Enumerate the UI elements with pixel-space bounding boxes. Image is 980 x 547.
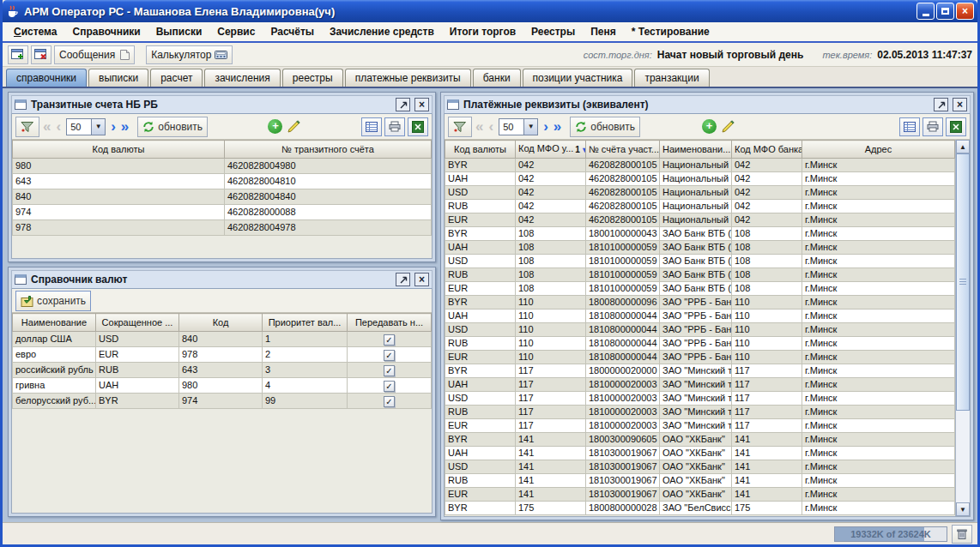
minimize-button[interactable] — [916, 3, 935, 20]
table-row[interactable]: BYR1411800300090605ОАО "ХКБанк"141г.Минс… — [445, 433, 955, 447]
first-page-button[interactable]: « — [41, 119, 52, 134]
close-window-button[interactable] — [31, 45, 51, 64]
frame-close-button[interactable]: × — [414, 98, 429, 111]
messages-button[interactable]: Сообщения — [54, 45, 135, 64]
menu-item[interactable]: Справочники — [65, 23, 148, 40]
checkbox[interactable]: ✓ — [384, 350, 395, 361]
table-row[interactable]: 9744620828000088 — [13, 205, 432, 220]
last-page-button[interactable]: » — [552, 119, 563, 134]
columns-view-button[interactable] — [361, 117, 382, 136]
menu-item[interactable]: Итоги торгов — [442, 23, 523, 40]
scroll-up-button[interactable]: ▲ — [956, 140, 970, 153]
frame-close-button[interactable]: × — [953, 98, 967, 111]
table-row[interactable]: RUB1411810300019067ОАО "ХКБанк"141г.Минс… — [445, 474, 955, 488]
edit-record-button[interactable] — [722, 120, 735, 133]
table-row[interactable]: EUR1411810300019067ОАО "ХКБанк"141г.Минс… — [445, 488, 955, 502]
table-row[interactable]: UAH1081810100000059ЗАО Банк ВТБ (Б...108… — [445, 241, 955, 255]
maximize-button[interactable] — [936, 3, 954, 20]
excel-export-button[interactable] — [946, 117, 966, 136]
table-row[interactable]: EUR1171810000020003ЗАО "Минский тр...117… — [445, 419, 955, 433]
next-page-button[interactable]: › — [109, 119, 118, 134]
table-row[interactable]: 9784620828004978 — [13, 220, 432, 236]
next-page-button[interactable]: › — [541, 119, 550, 134]
table-row[interactable]: белорусский руб...BYR97499✓ — [13, 394, 432, 409]
page-size-combobox[interactable]: 50 ▼ — [66, 118, 106, 135]
column-header[interactable]: Сокращенное ... — [96, 314, 179, 332]
frame-currencies-titlebar[interactable]: Справочник валют × — [11, 270, 433, 289]
garbage-collect-button[interactable] — [952, 525, 972, 544]
table-row[interactable]: RUB1081810100000059ЗАО Банк ВТБ (Б...108… — [445, 268, 955, 282]
table-row[interactable]: RUB1101810800000044ЗАО "РРБ - Банк"110г.… — [445, 337, 955, 351]
tab-реестры[interactable]: реестры — [282, 69, 343, 87]
filter-button[interactable] — [448, 117, 472, 137]
table-row[interactable]: USD1101810800000044ЗАО "РРБ - Банк"110г.… — [445, 323, 955, 337]
vertical-scrollbar[interactable]: ▲ ▼ — [955, 140, 970, 516]
table-row[interactable]: 8404620828004840 — [13, 189, 432, 205]
table-row[interactable]: UAH1411810300019067ОАО "ХКБанк"141г.Минс… — [445, 447, 955, 460]
tab-позиции-участника[interactable]: позиции участника — [523, 69, 633, 87]
column-header[interactable]: Наименовани... — [660, 141, 732, 159]
table-row[interactable]: российский рубльRUB6433✓ — [13, 363, 432, 378]
column-header[interactable]: № счёта участ... — [586, 141, 660, 159]
tab-расчет[interactable]: расчет — [150, 69, 203, 87]
menu-item[interactable]: * Тестирование — [624, 23, 717, 40]
table-row[interactable]: BYR1171800000020000ЗАО "Минский тр...117… — [445, 364, 955, 378]
last-page-button[interactable]: » — [119, 119, 130, 134]
menu-item[interactable]: Пеня — [583, 23, 624, 40]
refresh-button[interactable]: обновить — [570, 117, 640, 137]
frame-maximize-button[interactable] — [396, 273, 410, 286]
menu-item[interactable]: Выписки — [148, 23, 210, 40]
filter-button[interactable] — [15, 117, 39, 137]
table-row[interactable]: USD0424620828000105Национальный б...042г… — [445, 186, 955, 200]
column-header[interactable]: Наименование — [13, 314, 96, 332]
close-button[interactable]: × — [956, 3, 974, 20]
column-header[interactable]: Код валюты — [13, 141, 225, 159]
scroll-down-button[interactable]: ▼ — [956, 502, 970, 516]
new-window-button[interactable] — [8, 45, 28, 64]
frame-transit-titlebar[interactable]: Транзитные счета НБ РБ × — [11, 95, 433, 114]
column-header[interactable]: Код МФО у...1▼AZ — [516, 141, 586, 159]
table-row[interactable]: BYR1081800100000043ЗАО Банк ВТБ (Б...108… — [445, 227, 955, 241]
frame-close-button[interactable]: × — [414, 273, 429, 286]
checkbox[interactable]: ✓ — [384, 334, 395, 346]
dropdown-arrow-icon[interactable]: ▼ — [91, 119, 105, 135]
table-row[interactable]: BYR0424620828000105Национальный б...042г… — [445, 159, 955, 172]
checkbox[interactable]: ✓ — [384, 396, 395, 407]
add-record-button[interactable]: + — [702, 119, 717, 134]
frame-maximize-button[interactable] — [396, 98, 410, 111]
table-row[interactable]: BYR1101800800000096ЗАО "РРБ - Банк"110г.… — [445, 296, 955, 310]
print-button[interactable] — [384, 117, 405, 136]
tab-выписки[interactable]: выписки — [88, 69, 148, 87]
prev-page-button[interactable]: ‹ — [54, 119, 63, 134]
menu-item[interactable]: Реестры — [523, 23, 583, 40]
add-record-button[interactable]: + — [268, 119, 282, 134]
column-header[interactable]: № транзитного счёта — [225, 141, 432, 159]
table-row[interactable]: UAH1101810800000044ЗАО "РРБ - Банк"110г.… — [445, 310, 955, 323]
excel-export-button[interactable] — [408, 117, 428, 136]
tab-зачисления[interactable]: зачисления — [204, 69, 280, 87]
prev-page-button[interactable]: ‹ — [487, 119, 495, 134]
column-header[interactable]: Код — [179, 314, 263, 332]
checkbox[interactable]: ✓ — [384, 381, 395, 392]
first-page-button[interactable]: « — [474, 119, 485, 134]
table-row[interactable]: гривнаUAH9804✓ — [13, 378, 432, 394]
table-row[interactable]: RUB0424620828000105Национальный б...042г… — [445, 200, 955, 213]
table-row[interactable]: евроEUR9782✓ — [13, 347, 432, 363]
table-row[interactable]: UAH1171810000020003ЗАО "Минский тр...117… — [445, 378, 955, 392]
calculator-button[interactable]: Калькулятор — [146, 45, 233, 64]
table-row[interactable]: доллар СШАUSD8401✓ — [13, 332, 432, 347]
column-header[interactable]: Передавать н... — [348, 314, 432, 332]
column-header[interactable]: Приоритет вал... — [263, 314, 348, 332]
menu-item[interactable]: Расчёты — [263, 23, 322, 40]
print-button[interactable] — [923, 117, 943, 136]
columns-view-button[interactable] — [899, 117, 920, 136]
edit-record-button[interactable] — [287, 120, 300, 133]
table-row[interactable]: USD1081810100000059ЗАО Банк ВТБ (Б...108… — [445, 255, 955, 268]
tab-справочники[interactable]: справочники — [6, 69, 87, 87]
page-size-combobox[interactable]: 50 ▼ — [499, 118, 538, 135]
table-row[interactable]: EUR1081810100000059ЗАО Банк ВТБ (Б...108… — [445, 282, 955, 296]
column-header[interactable]: Код валюты — [445, 141, 516, 159]
frame-maximize-button[interactable] — [934, 98, 948, 111]
tab-платежные-реквизиты[interactable]: платежные реквизиты — [345, 69, 471, 87]
scrollbar-thumb[interactable] — [956, 153, 970, 411]
